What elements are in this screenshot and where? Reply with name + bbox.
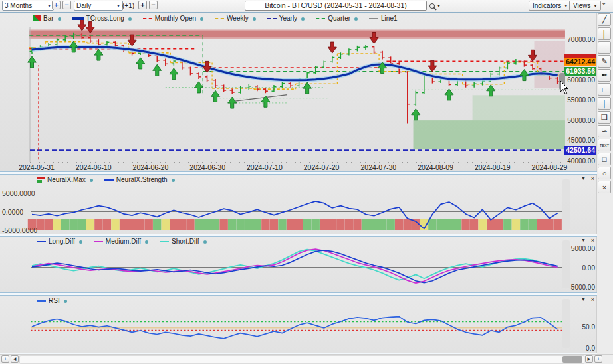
panel-separator[interactable] [0,234,597,237]
diff-legend: Long.DiffMedium.DiffShort.Diff [37,238,207,245]
legend-item-long-diff[interactable]: Long.Diff [37,238,82,245]
rsi-vscroll[interactable] [562,299,570,348]
bar-spacing-minus-button[interactable]: − [149,1,158,9]
weekly-price-tag: 64212.44 [564,58,596,66]
price-chart-canvas[interactable] [0,13,597,172]
chevron-down-icon: ▼ [564,4,568,8]
resolution-select[interactable]: Daily ▼ [74,1,123,11]
bar-spacing-plus-button[interactable]: + [138,1,147,9]
scroll-left-button[interactable]: ◄ [11,355,19,363]
modified-indicator: * [602,1,605,9]
scroll-add-right-button[interactable]: + [594,355,602,363]
legend-item-rsi[interactable]: RSI [37,297,67,304]
price-axis-tick: 50000.00 [567,117,595,124]
legend-item-tcross-long[interactable]: TCross.Long [72,15,132,22]
rsi-line-icon [37,300,46,302]
vertical-line-tool-icon[interactable]: │ [598,27,611,40]
rsi-chart-canvas[interactable] [0,294,597,353]
scroll-right-button[interactable]: ► [585,355,593,363]
indicator-axis-tick: 5000.00 [571,245,595,252]
neuralx-vscroll[interactable] [562,179,570,230]
legend-item-quarter[interactable]: Quarter [316,15,358,22]
ellipse-tool-icon[interactable]: ○ [598,167,611,179]
callout-tool-icon[interactable]: ❏ [598,111,611,124]
symbol-search-button[interactable]: ▼ [429,1,445,10]
crosshair-tool-icon[interactable]: ┼ [598,97,611,110]
scrollbar-thumb[interactable] [562,356,582,363]
panel-close-button-diff[interactable]: × [589,237,596,244]
angle-tool-icon[interactable]: ∟ [598,83,611,96]
diff-vscroll[interactable] [562,240,570,288]
trading-app-window: 3 Months ▼ + − Daily ▼ (+1) + − Bitcoin … [0,0,613,364]
chevron-down-icon: ▼ [594,4,598,8]
panel-separator[interactable] [0,171,597,175]
curve-icon: ∽ [601,127,607,136]
neuralx-max-icon [37,177,45,183]
indicator-axis-tick: 0.0 [586,345,595,352]
legend-item-neuralx-strength[interactable]: NeuralX.Strength [104,176,175,183]
legend-label: Line1 [381,15,397,22]
range-select[interactable]: 3 Months ▼ [2,1,54,11]
legend-item-neuralx-max[interactable]: NeuralX.Max [37,176,93,183]
legend-label: TCross.Long [86,15,124,22]
horizontal-line-tool-icon[interactable]: ─ [598,41,611,54]
trendline-tool-icon[interactable]: ╱ [598,13,611,26]
chevron-down-icon: ▼ [116,4,120,8]
legend-item-monthly-open[interactable]: Monthly Open [143,15,203,22]
legend-status-dot [354,17,358,21]
legend-item-short-diff[interactable]: Short.Diff [160,238,207,245]
quarter-line-icon [316,18,325,19]
legend-label: Bar [43,15,54,22]
scroll-add-left-button[interactable]: + [1,355,9,363]
delete-tool-icon[interactable]: × [598,181,611,193]
trendline-icon: ╱ [602,15,607,24]
legend-label: Quarter [328,15,350,22]
panel-close-button-rsi[interactable]: × [589,296,596,303]
indicators-button-label: Indicators [533,2,561,9]
legend-status-dot [128,17,132,21]
symbol-title[interactable]: Bitcoin - BTC/USD (2024-05-31 - 2024-08-… [245,1,427,11]
horizontal-line-icon: ─ [602,44,607,52]
zoom-in-button[interactable]: + [52,1,61,9]
scrollbar-track[interactable] [19,355,584,364]
brush-tool-icon[interactable]: ✒ [598,69,611,82]
legend-status-dot [301,17,305,21]
indicator-axis-tick: -5000.0000 [2,227,37,234]
text-tool-icon[interactable]: TEXT [598,139,611,151]
price-axis-tick: 40000.00 [567,157,595,165]
panel-collapse-button-rsi[interactable]: ▼ [580,296,587,303]
indicator-axis-tick: 50.0 [582,323,595,331]
legend-label: Yearly [279,15,297,22]
date-axis-label: 2024-07-30 [352,163,405,171]
legend-item-medium-diff[interactable]: Medium.Diff [94,238,148,245]
legend-status-dot [90,179,93,182]
panel-close-button-neuralx[interactable]: × [589,175,596,182]
panel-collapse-button-diff[interactable]: ▼ [580,237,587,244]
rectangle-tool-icon[interactable]: □ [598,153,611,165]
zoom-out-button[interactable]: − [62,1,71,9]
legend-item-bar[interactable]: Bar [33,15,61,22]
legend-item-line1[interactable]: Line1 [369,15,397,22]
pen-tool-icon[interactable]: ✎ [598,55,611,68]
date-axis-label: 2024-07-10 [238,163,291,171]
panel-separator[interactable] [0,292,597,296]
crosshair-icon: ┼ [602,100,607,108]
views-button[interactable]: Views ▼ [569,1,601,11]
indicators-button[interactable]: Indicators ▼ [529,1,572,11]
legend-label: Long.Diff [49,238,75,245]
callout-icon: ❏ [601,113,608,122]
yearly-price-tag: 42501.64 [564,146,596,155]
neuralx-chart-canvas[interactable] [0,175,597,234]
brush-icon: ✒ [601,71,607,80]
price-axis-tick: 70000.00 [567,36,595,43]
curve-tool-icon[interactable]: ∽ [598,125,611,137]
panel-collapse-button-neuralx[interactable]: ▼ [580,175,587,182]
monthly-open-tag-sliver [564,54,596,58]
long-diff-line-icon [37,241,46,242]
legend-item-yearly[interactable]: Yearly [267,15,305,22]
indicator-axis-tick: 5000.0000 [2,189,35,197]
legend-label: NeuralX.Strength [116,176,168,183]
legend-item-weekly[interactable]: Weekly [215,15,256,22]
chevron-down-icon: ▼ [47,4,51,8]
legend-status-dot [200,17,203,21]
